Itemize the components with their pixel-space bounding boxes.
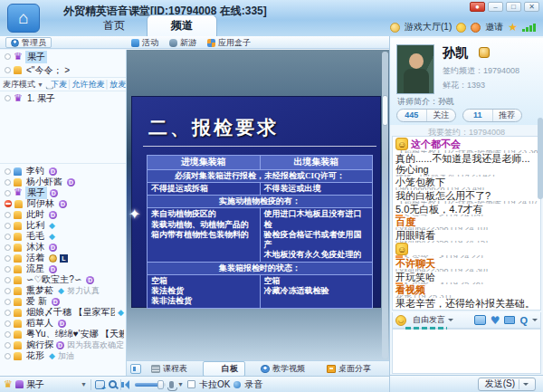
member-icon [14, 244, 22, 252]
video-icon[interactable] [474, 315, 486, 325]
home-icon[interactable]: ⌂ [7, 4, 40, 33]
share-caret-icon[interactable] [532, 319, 538, 324]
list-item[interactable]: ♛果子D [0, 187, 126, 198]
voice-indicator-icon [5, 190, 11, 196]
mic-caret-icon[interactable]: ▼ [177, 381, 184, 387]
chat-message-body: 小笼包教下 [395, 177, 538, 187]
tab-schedule[interactable]: 课程表 [145, 361, 194, 377]
chat-scrollbar[interactable] [538, 118, 543, 199]
record-label[interactable]: 录音 [244, 378, 262, 391]
karaoke-checkbox[interactable] [187, 380, 195, 388]
microphone-icon[interactable] [169, 381, 174, 388]
voice-indicator-icon [5, 223, 11, 229]
list-item[interactable]: 烟娘〆千穗 【皇家军团】◆ [0, 307, 126, 318]
voice-indicator-icon [5, 266, 11, 272]
screenshot-icon[interactable] [95, 380, 105, 389]
admin-button[interactable]: 管理员 [5, 37, 52, 48]
list-item[interactable]: 阿伊林D [0, 198, 126, 209]
mic-mode-label[interactable]: 麦序模式 [3, 79, 35, 91]
game-hall-icon[interactable] [390, 23, 400, 33]
record-icon[interactable] [233, 381, 241, 388]
slide-table-row: 不得提运或拆箱不得装运或出境 [148, 182, 373, 195]
game-hall-label[interactable]: 游戏大厅(1) [405, 21, 452, 33]
heart-icon[interactable]: ♥ [491, 314, 500, 327]
tab-desktop[interactable]: 桌面分享 [320, 361, 377, 377]
tab-home[interactable]: 首页 [81, 16, 147, 36]
list-item[interactable]: ∽♡欧宝主?∽D [0, 274, 126, 285]
my-identity[interactable]: ♛ 果子 ▼ [4, 378, 87, 391]
invite-label[interactable]: 邀请 [485, 21, 503, 33]
identity-caret-icon[interactable]: ▼ [81, 381, 87, 387]
collapse-list-icon[interactable] [130, 364, 141, 374]
mic-action-2[interactable]: 放麦 [110, 80, 126, 89]
list-item[interactable]: 活着L [0, 253, 126, 263]
chat-message-body: 看视频 [395, 284, 538, 295]
app-box-button[interactable]: 应用盒子 [207, 37, 251, 49]
new-game-button[interactable]: 新游 [169, 37, 196, 49]
voice-indicator-icon [5, 212, 11, 218]
list-item[interactable]: 婉行探索D因为我喜欢确定无后悔 [0, 339, 126, 350]
chat-message-area[interactable]: ☺这个都不会【霜狼军校】DZ-扶苏-萨筝隆 (19:23:38)真的......… [392, 136, 541, 311]
mic-queue-item[interactable]: ♛1. 果子 [0, 91, 126, 105]
list-item[interactable]: 花形◆加油 [0, 350, 126, 361]
voice-indicator-icon [5, 67, 11, 73]
member-name: <"今令； > [24, 64, 71, 77]
teacher-avatar[interactable] [396, 44, 434, 94]
maximize-button[interactable]: □ [506, 2, 521, 12]
emotion-icon[interactable] [456, 23, 466, 33]
chat-input[interactable] [392, 329, 541, 374]
member-icon [14, 167, 22, 176]
splitter-handle[interactable] [405, 327, 447, 330]
tab-video[interactable]: 教学视频 [254, 361, 311, 377]
mic-action-1[interactable]: 允许抢麦 [72, 80, 105, 89]
diamond-badge: ◆ [58, 286, 64, 295]
minimize-button[interactable]: – [488, 2, 503, 12]
send-button[interactable]: 发送(S) [478, 378, 536, 391]
vip-d-badge: D [49, 244, 57, 252]
mail-icon[interactable] [504, 316, 515, 324]
purple-crown-icon: ♛ [14, 53, 23, 62]
zoom-icon[interactable] [109, 380, 117, 388]
tab-board[interactable]: 白板 [203, 361, 245, 377]
voice-indicator-icon [5, 288, 11, 294]
recommend-button[interactable]: 11 推荐 [462, 109, 522, 122]
send-options-caret-icon[interactable] [523, 383, 529, 388]
follow-button[interactable]: 445 关注 [396, 109, 456, 122]
vip-member-icon [395, 282, 403, 285]
activity-button[interactable]: 活动 [131, 37, 158, 49]
whiteboard-scrollbar-thumb[interactable] [382, 95, 388, 126]
emoticon-icon[interactable] [395, 315, 406, 326]
list-item[interactable]: ♛果子 [0, 50, 126, 63]
member-icon [14, 276, 22, 284]
list-item[interactable]: 毛毛◆ [0, 231, 126, 242]
list-item[interactable]: <"今令； > [0, 63, 126, 77]
list-item[interactable]: 熏梦菘◆努力认真 [0, 285, 126, 296]
volume-slider[interactable] [135, 383, 166, 387]
list-item[interactable]: 沐沐D [0, 242, 126, 253]
member-icon [14, 254, 22, 263]
voice-indicator-icon [5, 331, 11, 338]
list-item[interactable]: 比利◆ [0, 220, 126, 231]
speaker-icon[interactable] [125, 380, 129, 389]
chat-message-body: 我的白板怎么用不了? [395, 190, 538, 201]
exit-channel-button[interactable]: ● [470, 2, 485, 12]
chat-message-body: 5.0无白板，4.7才有 [395, 204, 538, 215]
voice-indicator-icon [5, 244, 11, 251]
member-signature: 因为我喜欢确定无后悔 [67, 339, 124, 351]
tab-channel[interactable]: 频道 [147, 14, 217, 36]
speak-mode-select[interactable]: 自由发言 [410, 313, 456, 327]
member-name: 果子 [25, 51, 47, 63]
member-icon [14, 66, 22, 74]
gift-icon[interactable] [471, 23, 481, 33]
karaoke-label: 卡拉OK [199, 378, 230, 391]
list-item[interactable]: 杨小虾酱D [0, 177, 126, 187]
favorite-star-icon[interactable]: ★ [508, 23, 518, 33]
member-icon [14, 287, 22, 295]
teacher-badge-icon [479, 47, 490, 58]
list-item[interactable]: 此时D [0, 209, 126, 220]
mic-mode-caret-icon[interactable]: ▼ [37, 81, 43, 88]
close-button[interactable]: ✕ [524, 2, 539, 12]
admin-icon [11, 39, 19, 47]
list-item[interactable]: 粤Yu、绵绵♥'安娜 【天籁歌手】 [0, 329, 126, 339]
qq-share-icon[interactable]: Q [519, 315, 528, 326]
